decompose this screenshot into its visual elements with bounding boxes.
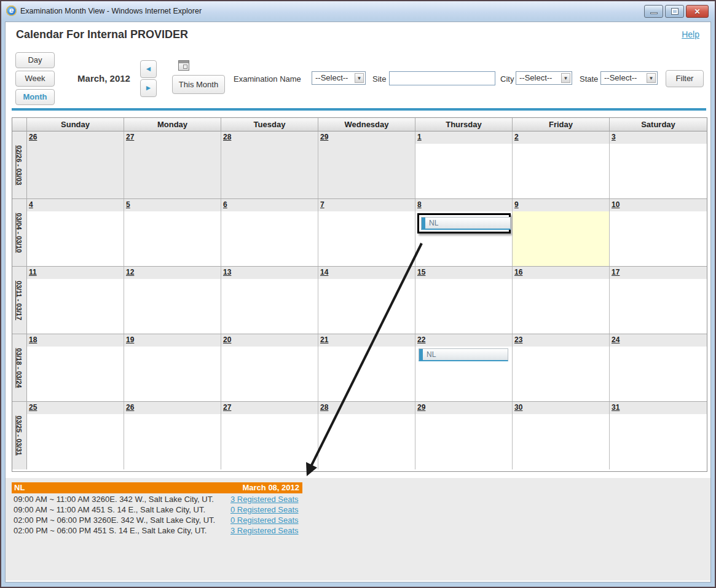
day-cell-13[interactable]: 13: [221, 267, 318, 334]
site-input[interactable]: [389, 71, 495, 85]
date-link[interactable]: 10: [612, 200, 707, 209]
day-cell-20[interactable]: 20: [221, 334, 318, 401]
day-cell-26[interactable]: 26: [124, 402, 221, 469]
day-cell-27[interactable]: 27: [124, 131, 221, 198]
day-cell-21[interactable]: 21: [318, 334, 415, 401]
date-link[interactable]: 6: [223, 200, 318, 209]
filter-button[interactable]: Filter: [666, 70, 704, 87]
date-link[interactable]: 23: [514, 335, 609, 344]
day-cell-25[interactable]: 25: [27, 402, 124, 469]
this-month-button[interactable]: This Month: [172, 75, 225, 94]
next-month-button[interactable]: ►: [140, 79, 157, 97]
day-cell-24[interactable]: 24: [610, 334, 707, 401]
day-cell-16[interactable]: 16: [513, 267, 610, 334]
day-cell-5[interactable]: 5: [124, 199, 221, 266]
day-cell-1[interactable]: 1: [415, 131, 513, 198]
month-view-button[interactable]: Month: [15, 89, 55, 105]
week-range-link[interactable]: 02/26 - 03/03: [16, 145, 23, 185]
day-cell-28[interactable]: 28: [318, 402, 415, 469]
date-link[interactable]: 28: [320, 403, 415, 412]
day-cell-23[interactable]: 23: [513, 334, 610, 401]
examination-name-select[interactable]: --Select-- ▼: [312, 71, 366, 85]
day-cell-31[interactable]: 31: [610, 402, 707, 469]
city-select[interactable]: --Select-- ▼: [516, 71, 572, 85]
date-link[interactable]: 11: [29, 268, 124, 276]
date-link[interactable]: 15: [417, 268, 512, 276]
day-cell-29[interactable]: 29: [415, 402, 513, 469]
date-link[interactable]: 19: [126, 335, 221, 344]
day-view-button[interactable]: Day: [15, 52, 55, 68]
date-link[interactable]: 14: [320, 268, 415, 276]
day-cell-29[interactable]: 29: [318, 131, 415, 198]
date-strip: 2: [513, 131, 609, 144]
date-link[interactable]: 24: [612, 335, 707, 344]
day-cell-4[interactable]: 4: [27, 199, 124, 266]
date-link[interactable]: 5: [126, 200, 221, 209]
day-cell-7[interactable]: 7: [318, 199, 415, 266]
week-range-link[interactable]: 03/11 - 03/17: [16, 280, 23, 319]
date-link[interactable]: 1: [417, 133, 512, 141]
day-cell-28[interactable]: 28: [221, 131, 318, 198]
day-cell-22[interactable]: 22NL: [415, 334, 513, 401]
day-cell-11[interactable]: 11: [27, 267, 124, 334]
event-chip[interactable]: NL: [419, 348, 508, 361]
week-range-link[interactable]: 03/25 - 03/31: [16, 416, 23, 456]
day-cell-8[interactable]: 8NL: [415, 199, 513, 266]
session-schedule: 09:00 AM ~ 11:00 AM 451 S. 14 E., Salt L…: [12, 505, 230, 514]
date-link[interactable]: 18: [29, 335, 124, 344]
minimize-button[interactable]: [644, 5, 663, 18]
day-cell-26[interactable]: 26: [27, 131, 124, 198]
week-range-link[interactable]: 03/04 - 03/10: [16, 213, 23, 253]
day-cell-15[interactable]: 15: [415, 267, 513, 334]
date-link[interactable]: 20: [223, 335, 318, 344]
maximize-button[interactable]: [665, 5, 684, 18]
date-link[interactable]: 13: [223, 268, 318, 276]
week-view-button[interactable]: Week: [15, 71, 55, 87]
date-link[interactable]: 25: [29, 403, 124, 412]
date-link[interactable]: 2: [514, 133, 609, 141]
day-cell-6[interactable]: 6: [221, 199, 318, 266]
day-cell-3[interactable]: 3: [610, 131, 707, 198]
close-button[interactable]: ✕: [686, 5, 709, 18]
date-link[interactable]: 3: [612, 133, 707, 141]
event-date: March 08, 2012: [242, 483, 299, 493]
day-cell-2[interactable]: 2: [513, 131, 610, 198]
date-link[interactable]: 27: [223, 403, 318, 412]
date-link[interactable]: 9: [514, 200, 609, 209]
date-link[interactable]: 27: [126, 133, 221, 141]
state-select[interactable]: --Select-- ▼: [600, 71, 658, 85]
date-link[interactable]: 17: [612, 268, 707, 276]
date-link[interactable]: 29: [320, 133, 415, 141]
registered-seats-link[interactable]: 3 Registered Seats: [230, 495, 299, 504]
date-link[interactable]: 7: [320, 200, 415, 209]
day-cell-19[interactable]: 19: [124, 334, 221, 401]
date-link[interactable]: 16: [514, 268, 609, 276]
day-cell-18[interactable]: 18: [27, 334, 124, 401]
date-link[interactable]: 30: [514, 403, 609, 412]
date-link[interactable]: 4: [29, 200, 124, 209]
day-cell-30[interactable]: 30: [513, 402, 610, 469]
date-link[interactable]: 26: [126, 403, 221, 412]
week-range-link[interactable]: 03/18 - 03/24: [16, 348, 23, 388]
date-link[interactable]: 22: [417, 335, 512, 344]
date-link[interactable]: 26: [29, 133, 124, 141]
help-link[interactable]: Help: [682, 29, 699, 39]
date-link[interactable]: 29: [417, 403, 512, 412]
previous-month-button[interactable]: ◄: [140, 60, 157, 78]
day-cell-27[interactable]: 27: [221, 402, 318, 469]
day-cell-9[interactable]: 9: [513, 199, 610, 266]
date-link[interactable]: 31: [612, 403, 707, 412]
day-cell-12[interactable]: 12: [124, 267, 221, 334]
selected-event-outline: NL: [417, 213, 511, 233]
date-link[interactable]: 12: [126, 268, 221, 276]
date-link[interactable]: 21: [320, 335, 415, 344]
date-link[interactable]: 8: [417, 200, 512, 209]
registered-seats-link[interactable]: 3 Registered Seats: [230, 526, 299, 535]
event-chip[interactable]: NL: [421, 217, 511, 230]
registered-seats-link[interactable]: 0 Registered Seats: [230, 505, 299, 514]
registered-seats-link[interactable]: 0 Registered Seats: [230, 515, 299, 525]
day-cell-17[interactable]: 17: [610, 267, 707, 334]
day-cell-10[interactable]: 10: [610, 199, 707, 266]
date-link[interactable]: 28: [223, 133, 318, 141]
day-cell-14[interactable]: 14: [318, 267, 415, 334]
